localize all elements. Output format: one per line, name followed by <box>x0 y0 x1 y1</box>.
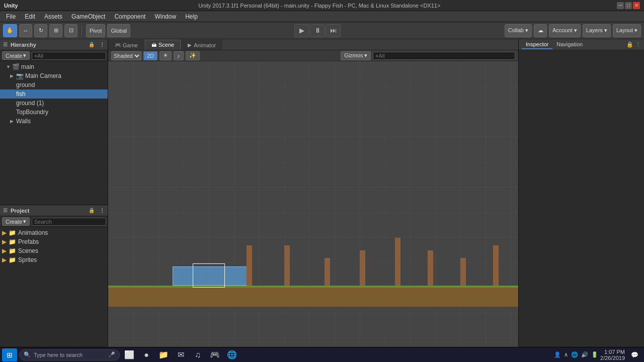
scene-search-input[interactable] <box>373 52 515 60</box>
hierarchy-title: Hierarchy <box>11 42 36 48</box>
inspector-empty <box>519 50 644 58</box>
minimize-button[interactable]: ─ <box>617 2 624 9</box>
taskbar-chrome[interactable]: ● <box>139 348 154 361</box>
project-search-input[interactable] <box>32 218 106 226</box>
taskbar-spotify[interactable]: ♫ <box>190 348 205 361</box>
play-button[interactable]: ▶ <box>294 24 309 37</box>
sys-tray: 👤 ∧ 🌐 🔊 🔋 <box>554 351 598 358</box>
project-folder-scenes[interactable]: ▶ 📁 Scenes <box>0 246 108 255</box>
left-panel: ☰ Hierarchy 🔒 ⋮ Create ▾ ▼ 🎬 main <box>0 39 108 347</box>
menu-file[interactable]: File <box>2 12 20 21</box>
project-folder-prefabs[interactable]: ▶ 📁 Prefabs <box>0 237 108 246</box>
taskbar-search[interactable]: 🔍 Type here to search 🎤 <box>19 349 120 360</box>
maximize-button[interactable]: □ <box>625 2 632 9</box>
tab-scene[interactable]: 🏔 Scene <box>145 40 181 50</box>
hierarchy-item-fish[interactable]: fish <box>0 89 108 99</box>
arrow-camera: ▶ <box>10 73 16 78</box>
pivot-button[interactable]: Pivot <box>86 24 105 37</box>
game-tab-label: Game <box>123 42 138 48</box>
menu-edit[interactable]: Edit <box>21 12 39 21</box>
account-button[interactable]: Account ▾ <box>549 24 581 37</box>
taskbar-app6[interactable]: 🌐 <box>224 348 239 361</box>
camera-icon: 📷 <box>16 72 24 79</box>
audio-button[interactable]: ♪ <box>174 51 184 60</box>
tray-up-arrow[interactable]: ∧ <box>564 351 568 358</box>
hierarchy-lock[interactable]: 🔒 <box>89 42 95 47</box>
step-button[interactable]: ⏭ <box>326 24 341 37</box>
hierarchy-item-topboundry[interactable]: TopBoundry <box>0 108 108 117</box>
taskbar-app5[interactable]: 🎮 <box>207 348 222 361</box>
project-folder-animations[interactable]: ▶ 📁 Animations <box>0 228 108 237</box>
animator-tab-icon: ▶ <box>188 42 192 48</box>
pipe-5 <box>395 238 400 286</box>
navigation-tab[interactable]: Navigation <box>552 40 587 49</box>
taskview-button[interactable]: ⬜ <box>122 348 137 361</box>
folder-arrow-scenes: ▶ <box>2 247 7 254</box>
hierarchy-item-ground[interactable]: ground <box>0 80 108 89</box>
collab-button[interactable]: Collab ▾ <box>505 24 532 37</box>
taskbar-mail[interactable]: ✉ <box>173 348 188 361</box>
hierarchy-label-main: main <box>21 63 34 70</box>
hierarchy-item-walls[interactable]: ▶ Walls <box>0 117 108 126</box>
layout-button[interactable]: Layout ▾ <box>613 24 641 37</box>
hierarchy-content: ▼ 🎬 main ▶ 📷 Main Camera ground <box>0 61 108 205</box>
fx-button[interactable]: ✨ <box>186 51 200 60</box>
scene-view[interactable] <box>108 61 518 347</box>
tool-rotate[interactable]: ↻ <box>34 24 47 37</box>
folder-icon-scenes: 📁 <box>9 247 16 254</box>
inspector-menu[interactable]: ⋮ <box>635 41 641 48</box>
menu-assets[interactable]: Assets <box>40 12 66 21</box>
inspector-tab[interactable]: Inspector <box>522 40 552 49</box>
project-menu[interactable]: ⋮ <box>100 208 105 213</box>
window-title: Unity 2017.3.1f1 Personal (64bit) - main… <box>22 3 617 9</box>
close-button[interactable]: ✕ <box>633 2 640 9</box>
tab-animator[interactable]: ▶ Animator <box>181 40 222 50</box>
menu-component[interactable]: Component <box>110 12 149 21</box>
tool-rect[interactable]: ⊡ <box>64 24 77 37</box>
menu-gameobject[interactable]: GameObject <box>67 12 109 21</box>
inspector-lock[interactable]: 🔒 <box>626 41 633 48</box>
gizmos-button[interactable]: Gizmos ▾ <box>341 51 371 60</box>
hierarchy-create-button[interactable]: Create ▾ <box>2 51 30 60</box>
window-controls: ─ □ ✕ <box>617 2 640 9</box>
taskbar-files[interactable]: 📁 <box>156 348 171 361</box>
tool-move[interactable]: ↔ <box>19 24 32 37</box>
project-create-button[interactable]: Create ▾ <box>2 217 30 226</box>
services-button[interactable]: ☁ <box>534 24 547 37</box>
hierarchy-icon: ☰ <box>3 42 8 47</box>
folder-arrow-prefabs: ▶ <box>2 238 7 245</box>
mic-icon: 🎤 <box>108 351 115 358</box>
hierarchy-menu[interactable]: ⋮ <box>100 42 105 47</box>
project-header: ☰ Project 🔒 ⋮ <box>0 205 108 216</box>
lighting-button[interactable]: ☀ <box>159 51 172 60</box>
hierarchy-controls: Create ▾ <box>0 50 108 61</box>
tool-hand[interactable]: ✋ <box>3 24 17 37</box>
shaded-dropdown[interactable]: Shaded <box>111 51 141 60</box>
hierarchy-item-ground1[interactable]: ground (1) <box>0 99 108 108</box>
menu-window[interactable]: Window <box>150 12 180 21</box>
layers-button[interactable]: Layers ▾ <box>583 24 611 37</box>
pause-button[interactable]: ⏸ <box>310 24 325 37</box>
hierarchy-item-maincamera[interactable]: ▶ 📷 Main Camera <box>0 71 108 80</box>
menu-help[interactable]: Help <box>181 12 202 21</box>
menubar: File Edit Assets GameObject Component Wi… <box>0 11 644 22</box>
titlebar: Unity Unity 2017.3.1f1 Personal (64bit) … <box>0 0 644 11</box>
hierarchy-item-main[interactable]: ▼ 🎬 main <box>0 62 108 71</box>
project-lock[interactable]: 🔒 <box>89 208 95 213</box>
global-button[interactable]: Global <box>107 24 130 37</box>
notification-button[interactable]: 💬 <box>627 348 642 361</box>
hierarchy-label-ground: ground <box>16 81 35 88</box>
2d-button[interactable]: 2D <box>143 51 157 60</box>
scene-tab-label: Scene <box>158 42 174 48</box>
hierarchy-search-input[interactable] <box>32 52 106 60</box>
hierarchy-label-topboundry: TopBoundry <box>16 109 48 116</box>
project-folder-sprites[interactable]: ▶ 📁 Sprites <box>0 255 108 264</box>
fish-object[interactable] <box>173 266 248 286</box>
pipe-3 <box>325 258 330 286</box>
folder-arrow-sprites: ▶ <box>2 256 7 263</box>
tool-scale[interactable]: ⊞ <box>49 24 62 37</box>
tray-battery: 🔋 <box>591 351 598 358</box>
tab-game[interactable]: 🎮 Game <box>108 40 144 50</box>
animator-tab-label: Animator <box>194 42 216 48</box>
start-button[interactable]: ⊞ <box>2 348 17 361</box>
